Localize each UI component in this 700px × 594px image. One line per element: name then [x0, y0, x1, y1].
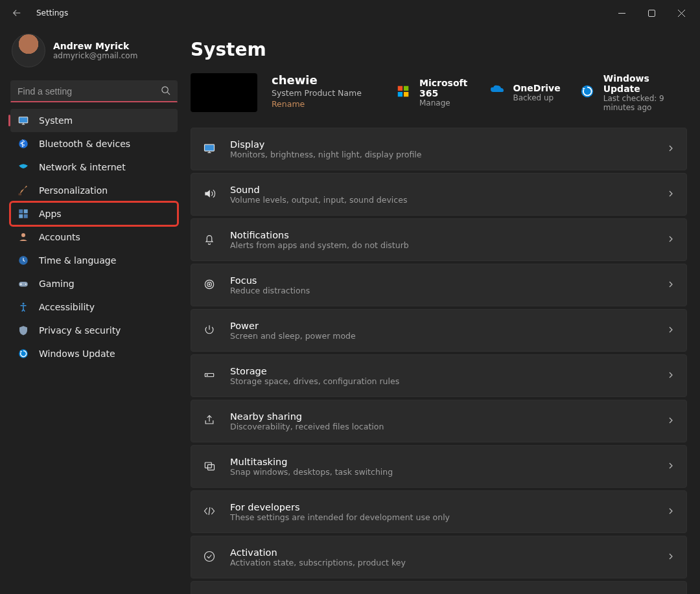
system-header: chewie System Product Name Rename: [191, 73, 687, 112]
svg-rect-21: [205, 144, 215, 151]
minimize-button[interactable]: [607, 3, 636, 23]
setting-card-multitasking[interactable]: Multitasking Snap windows, desktops, tas…: [191, 445, 687, 488]
content: System chewie System Product Name Rename: [188, 26, 700, 594]
setting-card-power[interactable]: Power Screen and sleep, power mode: [191, 309, 687, 352]
clock-icon: [17, 254, 30, 267]
avatar: [12, 34, 45, 67]
setting-card-notifications[interactable]: Notifications Alerts from apps and syste…: [191, 218, 687, 261]
person-icon: [17, 231, 30, 244]
svg-point-25: [209, 284, 210, 285]
sidebar-item-network-internet[interactable]: Network & internet: [10, 155, 178, 179]
close-button[interactable]: [666, 3, 696, 23]
status-onedrive-sub: Backed up: [513, 93, 560, 102]
svg-rect-2: [19, 117, 28, 123]
svg-rect-6: [19, 209, 23, 213]
card-subtitle: These settings are intended for developm…: [230, 512, 654, 522]
card-subtitle: Alerts from apps and system, do not dist…: [230, 240, 654, 250]
status-update[interactable]: Windows Update Last checked: 9 minutes a…: [580, 73, 687, 112]
svg-rect-7: [24, 209, 28, 213]
pc-name: chewie: [272, 73, 382, 87]
sidebar-item-label: Windows Update: [39, 348, 115, 359]
target-icon: [203, 278, 217, 292]
setting-card-nearby-sharing[interactable]: Nearby sharing Discoverability, received…: [191, 400, 687, 442]
card-title: Display: [230, 139, 654, 150]
sidebar-item-label: Gaming: [39, 279, 75, 289]
maximize-button[interactable]: [636, 3, 666, 23]
sidebar-item-privacy-security[interactable]: Privacy & security: [10, 319, 178, 342]
card-title: Multitasking: [230, 457, 654, 467]
sidebar-item-personalization[interactable]: Personalization: [10, 179, 178, 202]
sidebar-item-time-language[interactable]: Time & language: [10, 249, 178, 272]
card-subtitle: Volume levels, output, input, sound devi…: [230, 195, 654, 205]
update-icon: [580, 84, 597, 101]
card-title: Sound: [230, 185, 654, 195]
card-title: Notifications: [230, 230, 654, 240]
search-input[interactable]: [18, 86, 154, 97]
sidebar-item-label: Accessibility: [39, 302, 95, 312]
setting-card-troubleshoot[interactable]: Troubleshoot Recommended troubleshooters…: [191, 581, 687, 594]
chevron-right-icon: [667, 461, 675, 472]
svg-rect-28: [205, 463, 211, 468]
display-icon: [17, 114, 30, 127]
user-email: admyrick@gmail.com: [53, 51, 137, 60]
card-subtitle: Activation state, subscriptions, product…: [230, 558, 654, 567]
sidebar-item-label: Apps: [39, 209, 62, 219]
setting-card-storage[interactable]: Storage Storage space, drives, configura…: [191, 354, 687, 397]
sidebar-item-system[interactable]: System: [10, 109, 178, 132]
check-icon: [203, 550, 217, 564]
card-title: Focus: [230, 275, 654, 286]
back-button[interactable]: [9, 5, 25, 21]
onedrive-icon: [489, 84, 506, 101]
sidebar-item-apps[interactable]: Apps: [10, 202, 178, 225]
shield-icon: [17, 324, 30, 337]
user-profile[interactable]: Andrew Myrick admyrick@gmail.com: [10, 31, 178, 74]
status-m365-title: Microsoft 365: [419, 78, 470, 98]
setting-card-for-developers[interactable]: For developers These settings are intend…: [191, 490, 687, 533]
svg-point-27: [207, 374, 207, 375]
svg-rect-19: [404, 92, 408, 97]
user-name: Andrew Myrick: [53, 41, 137, 51]
svg-rect-18: [398, 92, 402, 97]
page-title: System: [191, 39, 687, 60]
sidebar-item-bluetooth-devices[interactable]: Bluetooth & devices: [10, 132, 178, 155]
sidebar-item-windows-update[interactable]: Windows Update: [10, 342, 178, 365]
gamepad-icon: [17, 277, 30, 290]
chevron-right-icon: [667, 507, 675, 517]
sidebar-item-gaming[interactable]: Gaming: [10, 272, 178, 295]
status-update-title: Windows Update: [603, 73, 687, 94]
setting-card-focus[interactable]: Focus Reduce distractions: [191, 264, 687, 306]
sidebar-item-label: Personalization: [39, 185, 108, 196]
setting-card-sound[interactable]: Sound Volume levels, output, input, soun…: [191, 173, 687, 216]
svg-point-13: [25, 284, 27, 285]
rename-link[interactable]: Rename: [272, 99, 382, 109]
pc-thumbnail: [191, 73, 257, 112]
chevron-right-icon: [667, 280, 675, 290]
status-onedrive[interactable]: OneDrive Backed up: [489, 73, 560, 112]
search-input-wrap[interactable]: [10, 80, 178, 102]
svg-point-10: [21, 233, 25, 237]
sidebar-item-label: System: [39, 115, 73, 126]
chevron-right-icon: [667, 416, 675, 426]
setting-card-activation[interactable]: Activation Activation state, subscriptio…: [191, 536, 687, 578]
setting-card-display[interactable]: Display Monitors, brightness, night ligh…: [191, 128, 687, 170]
titlebar: Settings: [0, 0, 700, 26]
sidebar-item-accounts[interactable]: Accounts: [10, 225, 178, 249]
chevron-right-icon: [667, 189, 675, 200]
access-icon: [17, 301, 30, 314]
sidebar-item-accessibility[interactable]: Accessibility: [10, 295, 178, 319]
svg-rect-26: [205, 374, 213, 377]
chevron-right-icon: [667, 325, 675, 336]
bluetooth-icon: [17, 137, 30, 150]
status-m365[interactable]: Microsoft 365 Manage: [396, 73, 470, 112]
display-icon: [203, 142, 217, 156]
svg-rect-29: [208, 464, 215, 470]
apps-icon: [17, 207, 30, 220]
svg-rect-16: [398, 86, 402, 91]
sidebar: Andrew Myrick admyrick@gmail.com System …: [0, 26, 188, 594]
power-icon: [203, 323, 217, 337]
nav: System Bluetooth & devices Network & int…: [10, 109, 178, 365]
sidebar-item-label: Privacy & security: [39, 325, 121, 336]
wifi-icon: [17, 161, 30, 174]
svg-rect-0: [648, 10, 655, 16]
settings-cards: Display Monitors, brightness, night ligh…: [191, 128, 687, 594]
